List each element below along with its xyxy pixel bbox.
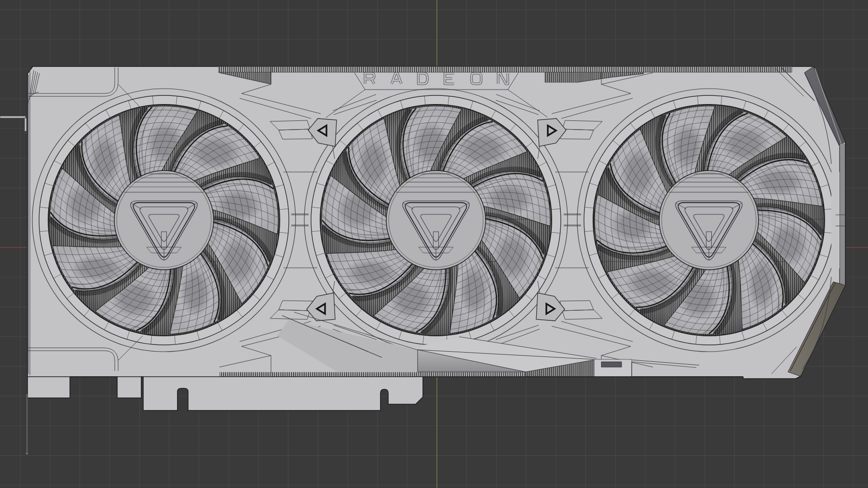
io-bracket-lip xyxy=(0,116,26,118)
fan-hub xyxy=(114,171,214,270)
heatsink-fins-bottom xyxy=(219,372,527,377)
fan-hub xyxy=(386,171,486,270)
heatsink-fins-top xyxy=(218,67,792,73)
fan-hub xyxy=(659,171,759,270)
3d-viewport[interactable]: RADEON xyxy=(0,0,868,488)
connector-notch xyxy=(601,362,622,367)
bracket-screw xyxy=(24,131,27,134)
